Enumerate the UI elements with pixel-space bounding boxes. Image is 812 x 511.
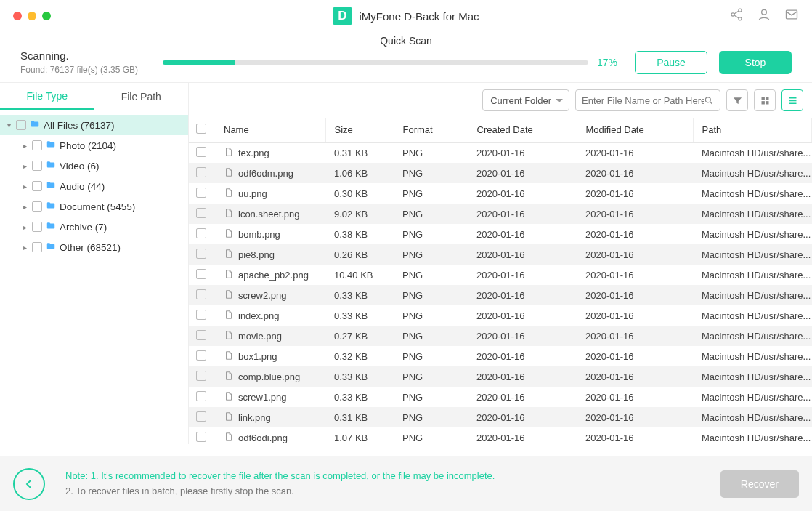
account-icon[interactable] — [757, 7, 771, 25]
maximize-window-button[interactable] — [42, 12, 51, 20]
tree-item[interactable]: ▸Archive (7) — [0, 217, 188, 237]
table-row[interactable]: odf6odm.png1.06 KBPNG2020-01-162020-01-1… — [189, 163, 812, 183]
file-path: Macintosh HD/usr/share... — [693, 204, 812, 224]
file-created: 2020-01-16 — [468, 305, 577, 326]
svg-point-1 — [731, 13, 734, 16]
file-format: PNG — [394, 387, 468, 407]
tree-label: Other (68521) — [60, 242, 121, 253]
row-checkbox[interactable] — [196, 208, 206, 218]
table-row[interactable]: tex.png0.31 KBPNG2020-01-162020-01-16Mac… — [189, 142, 812, 163]
table-row[interactable]: bomb.png0.38 KBPNG2020-01-162020-01-16Ma… — [189, 224, 812, 244]
row-checkbox[interactable] — [196, 289, 206, 299]
col-path[interactable]: Path — [693, 118, 812, 142]
tree-checkbox[interactable] — [32, 161, 42, 171]
table-row[interactable]: pie8.png0.26 KBPNG2020-01-162020-01-16Ma… — [189, 244, 812, 265]
filter-button[interactable] — [726, 89, 748, 111]
tree-checkbox[interactable] — [32, 181, 42, 191]
table-row[interactable]: movie.png0.27 KBPNG2020-01-162020-01-16M… — [189, 326, 812, 346]
table-row[interactable]: odf6odi.png1.07 KBPNG2020-01-162020-01-1… — [189, 427, 812, 444]
file-format: PNG — [394, 407, 468, 427]
svg-rect-8 — [761, 101, 764, 104]
row-checkbox[interactable] — [196, 167, 206, 177]
tree-item[interactable]: ▸Photo (2104) — [0, 135, 188, 156]
table-row[interactable]: link.png0.31 KBPNG2020-01-162020-01-16Ma… — [189, 407, 812, 427]
table-row[interactable]: box1.png0.32 KBPNG2020-01-162020-01-16Ma… — [189, 346, 812, 366]
row-checkbox[interactable] — [196, 411, 206, 422]
folder-scope-select[interactable]: Current Folder — [482, 89, 569, 111]
tree-label: Video (6) — [60, 161, 100, 172]
file-format: PNG — [394, 265, 468, 285]
search-box — [575, 89, 720, 111]
row-checkbox[interactable] — [196, 188, 206, 198]
close-window-button[interactable] — [13, 12, 22, 20]
row-checkbox[interactable] — [196, 350, 206, 361]
caret-icon: ▸ — [20, 162, 29, 170]
file-size: 9.02 KB — [325, 204, 394, 224]
stop-button[interactable]: Stop — [719, 51, 792, 74]
table-row[interactable]: comp.blue.png0.33 KBPNG2020-01-162020-01… — [189, 366, 812, 387]
tab-file-type[interactable]: File Type — [0, 83, 94, 110]
col-created[interactable]: Created Date — [468, 118, 577, 142]
table-row[interactable]: apache_pb2.png10.40 KBPNG2020-01-162020-… — [189, 265, 812, 285]
tree-checkbox[interactable] — [16, 120, 26, 130]
row-checkbox[interactable] — [196, 371, 206, 381]
tree-item[interactable]: ▸Other (68521) — [0, 237, 188, 257]
select-all-checkbox[interactable] — [196, 124, 206, 134]
minimize-window-button[interactable] — [28, 12, 36, 20]
file-icon — [224, 309, 234, 323]
file-modified: 2020-01-16 — [577, 183, 693, 204]
table-row[interactable]: screw1.png0.33 KBPNG2020-01-162020-01-16… — [189, 387, 812, 407]
recover-button[interactable]: Recover — [720, 470, 799, 498]
tree-item[interactable]: ▸Document (5455) — [0, 196, 188, 217]
tree-item[interactable]: ▾All Files (76137) — [0, 115, 188, 135]
row-checkbox[interactable] — [196, 249, 206, 259]
row-checkbox[interactable] — [196, 269, 206, 279]
file-created: 2020-01-16 — [468, 244, 577, 265]
file-created: 2020-01-16 — [468, 265, 577, 285]
file-icon — [224, 207, 234, 221]
file-size: 0.38 KB — [325, 224, 394, 244]
tree-item[interactable]: ▸Video (6) — [0, 156, 188, 176]
file-created: 2020-01-16 — [468, 183, 577, 204]
row-checkbox[interactable] — [196, 432, 206, 442]
file-size: 0.32 KB — [325, 346, 394, 366]
row-checkbox[interactable] — [196, 147, 206, 157]
row-checkbox[interactable] — [196, 228, 206, 238]
file-path: Macintosh HD/usr/share... — [693, 163, 812, 183]
table-row[interactable]: uu.png0.30 KBPNG2020-01-162020-01-16Maci… — [189, 183, 812, 204]
file-path: Macintosh HD/usr/share... — [693, 285, 812, 305]
tree-checkbox[interactable] — [32, 242, 42, 252]
tree-item[interactable]: ▸Audio (44) — [0, 176, 188, 196]
file-modified: 2020-01-16 — [577, 204, 693, 224]
row-checkbox[interactable] — [196, 391, 206, 401]
tree-label: Document (5455) — [60, 201, 135, 212]
col-name[interactable]: Name — [215, 118, 325, 142]
row-checkbox[interactable] — [196, 330, 206, 340]
pause-button[interactable]: Pause — [635, 51, 707, 74]
grid-view-button[interactable] — [754, 89, 776, 111]
table-row[interactable]: index.png0.33 KBPNG2020-01-162020-01-16M… — [189, 305, 812, 326]
table-row[interactable]: icon.sheet.png9.02 KBPNG2020-01-162020-0… — [189, 204, 812, 224]
file-format: PNG — [394, 163, 468, 183]
search-icon[interactable] — [704, 95, 714, 106]
back-button[interactable] — [13, 468, 45, 500]
list-view-button[interactable] — [781, 89, 803, 111]
folder-scope-value: Current Folder — [490, 95, 551, 106]
table-row[interactable]: screw2.png0.33 KBPNG2020-01-162020-01-16… — [189, 285, 812, 305]
window-controls — [13, 12, 51, 20]
tree-checkbox[interactable] — [32, 140, 42, 150]
search-input[interactable] — [582, 95, 704, 106]
mail-icon[interactable] — [784, 7, 799, 25]
share-icon[interactable] — [729, 7, 744, 25]
file-size: 0.26 KB — [325, 244, 394, 265]
tab-file-path[interactable]: File Path — [94, 83, 189, 110]
tree-checkbox[interactable] — [32, 201, 42, 212]
file-format: PNG — [394, 326, 468, 346]
col-size[interactable]: Size — [325, 118, 394, 142]
row-checkbox[interactable] — [196, 310, 206, 320]
tree-checkbox[interactable] — [32, 222, 42, 232]
svg-point-5 — [705, 97, 710, 102]
col-format[interactable]: Format — [394, 118, 468, 142]
col-modified[interactable]: Modified Date — [577, 118, 693, 142]
scan-mode-title: Quick Scan — [20, 35, 792, 47]
